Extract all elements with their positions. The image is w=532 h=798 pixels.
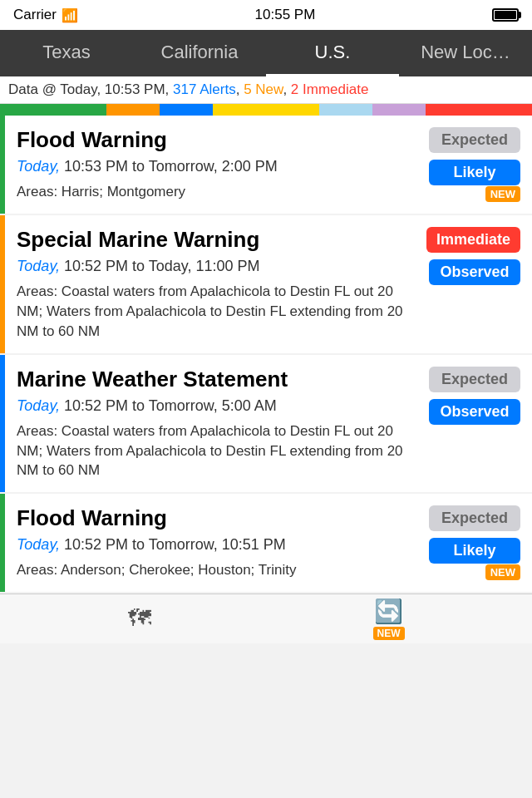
new-badge-toolbar: NEW (373, 627, 405, 640)
certainty-badge-3: Observed (429, 399, 520, 425)
alert-areas-4: Areas: Anderson; Cherokee; Houston; Trin… (17, 560, 404, 580)
battery-indicator (492, 8, 519, 22)
immediate-count: 2 Immediate (291, 81, 369, 97)
urgency-badge-3: Expected (429, 367, 520, 392)
map-button[interactable]: 🗺 (128, 604, 151, 633)
info-prefix: Data @ Today, 10:53 PM, (8, 81, 173, 97)
alert-card-2[interactable]: Special Marine Warning Today, 10:52 PM t… (0, 215, 532, 353)
alert-areas-1: Areas: Harris; Montgomery (17, 182, 404, 202)
nav-tabs: Texas California U.S. New Loc… (0, 30, 532, 76)
certainty-badge-2: Observed (429, 259, 520, 285)
carrier-info: Carrier 📶 (13, 7, 78, 23)
alert-content-2: Special Marine Warning Today, 10:52 PM t… (17, 227, 412, 342)
alert-badges-3: Expected Observed (412, 367, 520, 481)
clock: 10:55 PM (255, 7, 316, 23)
tab-texas[interactable]: Texas (0, 30, 133, 76)
new-tag-3: NEW (485, 564, 520, 580)
alert-title-4: Flood Warning (17, 505, 404, 531)
urgency-badge-2: Immediate (426, 227, 520, 253)
alert-content-1: Flood Warning Today, 10:53 PM to Tomorro… (17, 127, 412, 202)
alert-card-3[interactable]: Marine Weather Statement Today, 10:52 PM… (0, 355, 532, 493)
tab-new-location[interactable]: New Loc… (399, 30, 532, 76)
separator1: , (236, 81, 244, 97)
color-bar (0, 104, 532, 116)
alert-time-2: Today, 10:52 PM to Today, 11:00 PM (17, 258, 404, 275)
alert-title-2: Special Marine Warning (17, 227, 404, 253)
certainty-badge-1: Likely (429, 160, 520, 185)
alert-title-3: Marine Weather Statement (17, 367, 404, 392)
status-bar: Carrier 📶 10:55 PM (0, 0, 532, 30)
refresh-button[interactable]: 🔄 NEW (373, 598, 405, 640)
tab-us[interactable]: U.S. (266, 30, 399, 76)
new-tag-0: NEW (485, 186, 520, 202)
carrier-label: Carrier (13, 7, 57, 23)
alert-title-1: Flood Warning (17, 127, 404, 153)
alert-card-1[interactable]: Flood Warning Today, 10:53 PM to Tomorro… (0, 116, 532, 214)
alert-areas-3: Areas: Coastal waters from Apalachicola … (17, 421, 404, 480)
alert-content-4: Flood Warning Today, 10:52 PM to Tomorro… (17, 505, 412, 580)
alert-content-3: Marine Weather Statement Today, 10:52 PM… (17, 367, 412, 481)
new-count: 5 New (244, 81, 283, 97)
alert-badges-2: Immediate Observed (412, 227, 520, 342)
certainty-badge-4: Likely (429, 538, 520, 564)
map-icon: 🗺 (128, 604, 151, 632)
alert-card-4[interactable]: Flood Warning Today, 10:52 PM to Tomorro… (0, 494, 532, 592)
urgency-badge-4: Expected (429, 505, 520, 531)
alert-time-3: Today, 10:52 PM to Tomorrow, 5:00 AM (17, 397, 404, 415)
info-bar: Data @ Today, 10:53 PM, 317 Alerts, 5 Ne… (0, 76, 532, 104)
separator2: , (283, 81, 290, 97)
alert-areas-2: Areas: Coastal waters from Apalachicola … (17, 282, 404, 341)
wifi-icon: 📶 (62, 7, 78, 23)
refresh-icon: 🔄 (374, 598, 403, 625)
urgency-badge-1: Expected (429, 127, 520, 153)
bottom-toolbar: 🗺 🔄 NEW (0, 594, 532, 643)
alerts-count: 317 Alerts (173, 81, 236, 97)
alert-time-4: Today, 10:52 PM to Tomorrow, 10:51 PM (17, 536, 404, 554)
alerts-list: Flood Warning Today, 10:53 PM to Tomorro… (0, 116, 532, 592)
alert-time-1: Today, 10:53 PM to Tomorrow, 2:00 PM (17, 158, 404, 175)
tab-california[interactable]: California (133, 30, 266, 76)
